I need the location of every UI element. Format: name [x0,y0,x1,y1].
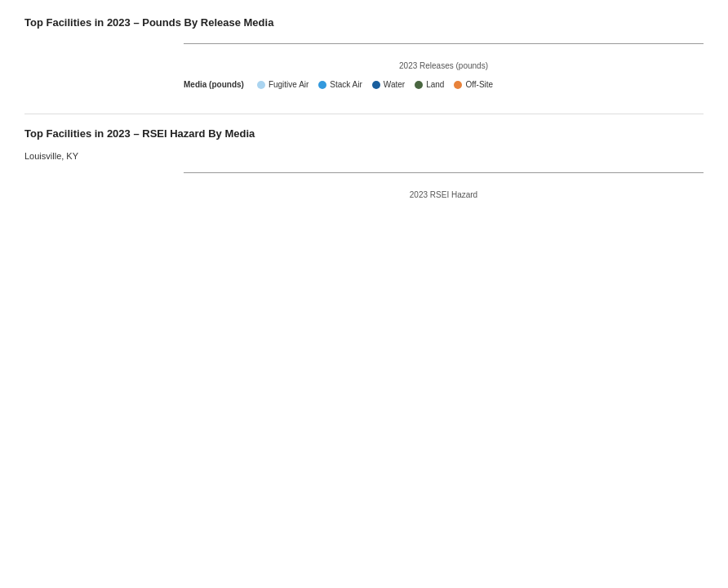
chart2-subtitle: Louisville, KY [24,151,704,161]
chart2-title: Top Facilities in 2023 – RSEI Hazard By … [24,127,704,140]
legend-water-label: Water [384,80,405,89]
fugitive-icon [257,81,265,89]
legend-fugitive-label: Fugitive Air [269,80,309,89]
legend-land-label: Land [426,80,444,89]
stack-icon [318,81,326,89]
chart2-tick-container [184,172,704,187]
chart1-xlabel: 2023 Releases (pounds) [184,61,704,70]
chart1-title: Top Facilities in 2023 – Pounds By Relea… [24,16,704,29]
chart2-xaxis: 2023 RSEI Hazard [184,172,704,199]
legend-title: Media (pounds) [184,80,244,89]
legend-land: Land [415,80,444,89]
land-icon [415,81,423,89]
section-divider [24,114,704,114]
chart1-tick-container [184,43,704,58]
chart2-xlabel: 2023 RSEI Hazard [184,190,704,199]
water-icon [372,81,380,89]
legend-offsite: Off-Site [454,80,493,89]
chart1-section: Top Facilities in 2023 – Pounds By Relea… [24,16,704,89]
chart2-section: Top Facilities in 2023 – RSEI Hazard By … [24,127,704,199]
legend-stack-label: Stack Air [330,80,362,89]
legend-stack: Stack Air [318,80,362,89]
chart1-xaxis: 2023 Releases (pounds) [184,43,704,70]
chart1-legend: Media (pounds) Fugitive Air Stack Air Wa… [184,80,704,89]
legend-fugitive: Fugitive Air [257,80,309,89]
legend-offsite-label: Off-Site [465,80,493,89]
offsite-icon [454,81,462,89]
legend-water: Water [372,80,405,89]
